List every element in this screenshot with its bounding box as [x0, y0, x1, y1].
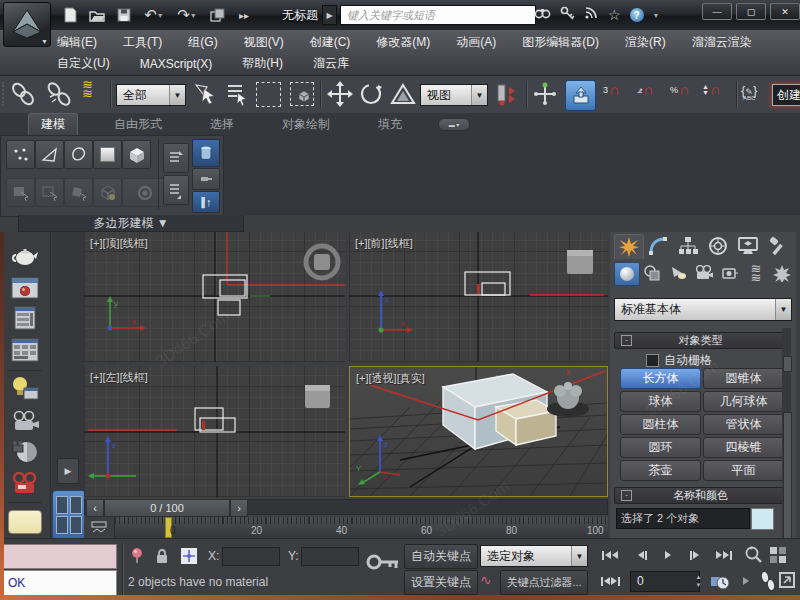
rectangular-selection-region-icon[interactable] [256, 82, 281, 107]
search-flyout-arrow[interactable]: ▶ [322, 5, 337, 25]
modifier-list-icon2[interactable] [163, 175, 189, 205]
hierarchy-tab[interactable] [674, 234, 702, 258]
space-warps-category-icon[interactable]: ≋≋ [744, 262, 768, 284]
move-tool-icon[interactable] [327, 81, 353, 111]
create-tab[interactable] [614, 234, 644, 259]
object-color-swatch[interactable] [751, 508, 774, 530]
bulb-lister-icon[interactable] [8, 374, 42, 402]
selection-filter-dropdown[interactable]: 全部▼ [116, 84, 186, 106]
menu-rendering[interactable]: 渲染(R) [625, 34, 666, 51]
menu-create[interactable]: 创建(C) [310, 34, 351, 51]
project-folder-icon[interactable] [207, 5, 227, 25]
key-filters-button[interactable]: 关键点过滤器... [500, 570, 588, 595]
red-camera-icon[interactable] [8, 470, 42, 498]
time-slider-prev[interactable]: ‹ [86, 499, 104, 517]
ribbon-tab-populate[interactable]: 填充 [366, 113, 414, 135]
help-dropdown-arrow[interactable]: ▼ [653, 12, 660, 19]
pin-panel-icon[interactable] [192, 168, 220, 190]
object-button-plane[interactable]: 平面 [703, 460, 784, 481]
sphere-camera-icon[interactable] [8, 438, 42, 466]
key-mode-toggle[interactable] [596, 571, 624, 591]
object-button-geosphere[interactable]: 几何球体 [703, 391, 784, 412]
snap-toggle-3d-icon[interactable]: 3∩ [603, 84, 620, 96]
isolate-selection-icon[interactable] [130, 547, 144, 569]
tweak-icon[interactable] [35, 178, 64, 207]
element-mode-icon[interactable] [122, 140, 151, 169]
track-bar[interactable]: 0 20 40 60 80 100 [84, 517, 608, 538]
set-key-icon[interactable] [366, 551, 400, 577]
selection-lock-icon[interactable] [155, 548, 169, 568]
walk-through-icon[interactable] [760, 571, 776, 595]
viewport-front-label[interactable]: [+][前][线框] [355, 236, 413, 251]
communication-center-icon[interactable] [584, 6, 599, 24]
show-end-result-icon[interactable] [93, 178, 122, 207]
set-key-button[interactable]: 设置关键点 [404, 570, 478, 595]
maximize-viewport-toggle-icon[interactable] [778, 571, 796, 593]
pan-arrow-button[interactable] [736, 571, 756, 591]
object-name-field[interactable]: 选择了 2 个对象 [616, 508, 750, 529]
ribbon-collapse-button[interactable]: ▬ ▾ [438, 118, 470, 131]
selection-set-dropdown[interactable]: 选定对象▼ [480, 545, 586, 565]
edit-icon[interactable] [64, 178, 93, 207]
select-object-icon[interactable] [192, 81, 218, 111]
border-mode-icon[interactable] [64, 140, 93, 169]
object-button-box[interactable]: 长方体 [620, 368, 701, 389]
named-selection-sets-icon[interactable]: {✎}ABC [741, 83, 757, 101]
camera-viewer-icon[interactable] [8, 408, 42, 436]
create-badge[interactable]: 创建 [772, 84, 800, 106]
current-frame-field[interactable]: 0 [630, 571, 700, 592]
prev-frame-button[interactable] [630, 545, 654, 565]
undo-button[interactable]: ↶▼ [141, 5, 167, 25]
x-coord-field[interactable] [222, 547, 280, 566]
object-button-torus[interactable]: 圆环 [620, 437, 701, 458]
favorites-star-icon[interactable]: ☆ [608, 8, 621, 22]
viewport-top[interactable]: xy [+][顶][线框] [84, 232, 345, 362]
utilities-tab[interactable] [764, 234, 792, 258]
viewport-front[interactable]: zx [+][前][线框] [349, 232, 608, 362]
new-scene-icon[interactable] [60, 5, 80, 25]
menu-edit[interactable]: 编辑(E) [57, 34, 97, 51]
yellow-swatch-button[interactable] [8, 508, 42, 536]
spinner-snap-icon[interactable]: ▲▼∩ [702, 84, 721, 96]
toggle-command-panel-icon[interactable] [192, 139, 220, 167]
viewport-perspective[interactable]: Z x zY [+][透视][真实] [349, 366, 608, 497]
angle-snap-icon[interactable]: ⦨∩ [637, 84, 654, 96]
menu-maxscript[interactable]: MAXScript(X) [140, 57, 213, 71]
frame-spinner[interactable]: ▲▼ [694, 572, 703, 590]
maximize-button[interactable]: ▢ [736, 3, 766, 20]
percent-snap-icon[interactable]: %∩ [670, 84, 690, 96]
viewport-layout-flyout-arrow[interactable]: ▶ [57, 458, 79, 484]
viewport-layout-tab[interactable] [52, 490, 86, 540]
mirror-tool-icon[interactable] [494, 81, 520, 111]
geometry-category-icon[interactable] [614, 262, 640, 286]
time-slider-next[interactable]: › [230, 499, 248, 517]
next-frame-button[interactable] [682, 545, 706, 565]
zoom-all-icon[interactable] [768, 545, 788, 569]
scale-tool-icon[interactable] [390, 81, 416, 111]
ribbon-tab-freeform[interactable]: 自由形式 [102, 113, 174, 135]
play-button[interactable] [658, 545, 678, 565]
goto-end-button[interactable] [710, 545, 738, 565]
goto-start-button[interactable] [596, 545, 624, 565]
object-button-cylinder[interactable]: 圆柱体 [620, 414, 701, 435]
vertex-mode-icon[interactable] [6, 140, 35, 169]
snaps-toggle-button[interactable] [565, 80, 596, 111]
object-button-cone[interactable]: 圆锥体 [703, 368, 784, 389]
object-button-sphere[interactable]: 球体 [620, 391, 701, 412]
bind-space-warp-icon[interactable]: ≋≋ [82, 80, 93, 98]
ribbon-tab-modeling[interactable]: 建模 [28, 113, 78, 136]
modifier-list-icon1[interactable] [163, 143, 189, 173]
motion-tab[interactable] [704, 234, 732, 258]
panel-scrollbar[interactable] [782, 328, 791, 538]
light-lister-icon[interactable] [8, 304, 42, 332]
render-setup-icon[interactable] [8, 274, 42, 302]
minimize-button[interactable]: — [702, 3, 732, 20]
shapes-category-icon[interactable] [640, 262, 664, 284]
auto-key-button[interactable]: 自动关键点 [404, 544, 478, 569]
menu-graph-editors[interactable]: 图形编辑器(D) [522, 34, 599, 51]
reference-coordinate-dropdown[interactable]: 视图▼ [420, 84, 488, 106]
category-dropdown[interactable]: 标准基本体▼ [614, 298, 790, 319]
time-config-icon[interactable] [710, 571, 730, 595]
transform-gizmo-icon[interactable] [180, 547, 198, 569]
menu-modifiers[interactable]: 修改器(M) [376, 34, 430, 51]
